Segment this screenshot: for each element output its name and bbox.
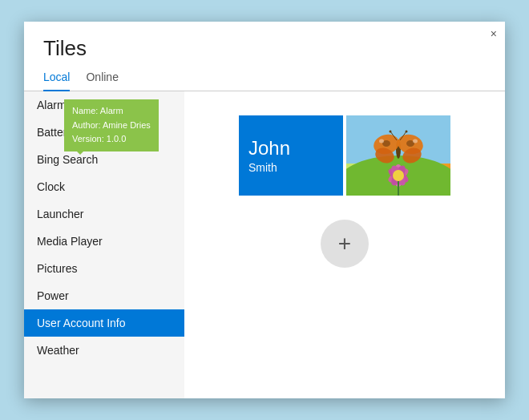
list-item[interactable]: Clock <box>24 173 184 200</box>
tile-last-name: Smith <box>248 161 333 174</box>
content-area: Name: Alarm Author: Amine Dries Version:… <box>24 91 505 398</box>
list-item[interactable]: Power <box>24 282 184 309</box>
list-item-selected[interactable]: User Account Info <box>24 309 184 337</box>
list-item[interactable]: Media Player <box>24 228 184 255</box>
list-item[interactable]: Alarm <box>24 91 184 119</box>
svg-point-7 <box>393 170 404 181</box>
add-tile-button[interactable]: + <box>321 220 369 268</box>
tile-container: John Smith <box>239 115 450 196</box>
tile-blue: John Smith <box>239 115 343 196</box>
tabs-bar: Local Online <box>24 66 505 91</box>
svg-point-15 <box>379 139 384 143</box>
svg-point-19 <box>390 131 392 133</box>
list-item[interactable]: Weather <box>24 337 184 364</box>
list-item[interactable]: Launcher <box>24 200 184 228</box>
list-item[interactable]: Bing Search <box>24 146 184 173</box>
tile-first-name: John <box>248 137 333 160</box>
list-item[interactable]: Pictures <box>24 255 184 282</box>
close-button[interactable]: × <box>491 28 497 39</box>
tab-local[interactable]: Local <box>43 66 70 91</box>
tab-online[interactable]: Online <box>86 66 118 91</box>
dialog: × Tiles Local Online Name: Alarm Author:… <box>24 22 505 398</box>
tile-image <box>346 115 450 196</box>
list-item[interactable]: Battery Info <box>24 119 184 146</box>
dialog-title: Tiles <box>24 22 505 66</box>
svg-point-21 <box>406 131 408 133</box>
left-panel: Name: Alarm Author: Amine Dries Version:… <box>24 91 184 398</box>
svg-point-17 <box>413 139 418 143</box>
right-panel: John Smith <box>184 91 505 398</box>
